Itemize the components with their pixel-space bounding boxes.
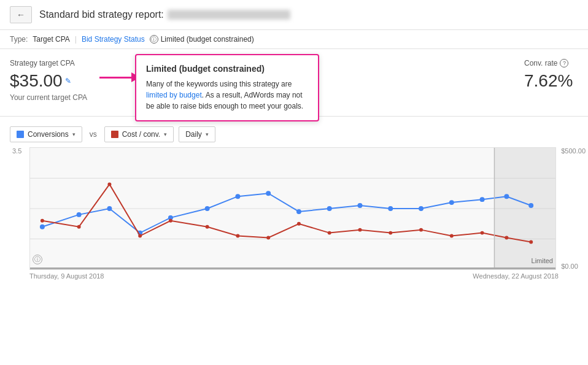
- arrow-line: [99, 77, 131, 79]
- cost-conv-dropdown[interactable]: Cost / conv. ▾: [104, 126, 174, 142]
- type-value: Target CPA: [33, 35, 69, 44]
- y-axis-left: 3.5: [12, 147, 21, 270]
- bid-strategy-status-link[interactable]: Bid Strategy Status: [82, 35, 145, 44]
- y-axis-right: $500.00 $0.00: [561, 147, 586, 270]
- y-left-top: 3.5: [12, 147, 21, 155]
- svg-point-17: [449, 200, 454, 205]
- svg-point-22: [77, 225, 81, 229]
- chevron-down-icon-3: ▾: [206, 131, 209, 137]
- chart-wrapper: 3.5 $500.00 $0.00: [29, 147, 556, 270]
- chart-area: 3.5 $500.00 $0.00: [0, 147, 588, 290]
- svg-point-30: [328, 231, 331, 235]
- limited-status-text: Limited (budget constrained): [161, 35, 254, 44]
- conversions-label: Conversions: [28, 130, 69, 139]
- svg-point-35: [481, 231, 484, 235]
- chart-svg: [30, 148, 555, 269]
- svg-point-27: [236, 234, 239, 238]
- conv-rate-block: Conv. rate ? 7.62%: [505, 59, 578, 101]
- svg-point-6: [107, 206, 112, 211]
- cost-conv-label: Cost / conv.: [122, 130, 160, 139]
- svg-point-36: [505, 236, 508, 240]
- svg-point-29: [297, 222, 301, 226]
- date-start: Thursday, 9 August 2018: [29, 272, 104, 280]
- svg-point-14: [358, 203, 363, 208]
- back-arrow-icon: ←: [17, 10, 25, 20]
- svg-point-19: [504, 194, 509, 199]
- daily-label: Daily: [185, 130, 202, 139]
- chart-limited-label: Limited: [532, 257, 553, 264]
- top-bar: ← Standard bid strategy report:: [0, 0, 588, 30]
- svg-point-13: [327, 206, 332, 211]
- page-title: Standard bid strategy report:: [39, 9, 164, 20]
- svg-point-4: [40, 225, 45, 229]
- chart-info-icon[interactable]: ⓘ: [33, 255, 42, 264]
- strategy-target-cpa-block: Strategy target CPA $35.00 ✎ Your curren…: [10, 59, 107, 112]
- arrow-indicator: [99, 72, 140, 82]
- strategy-target-sub: Your current target CPA: [10, 93, 87, 102]
- y-right-top: $500.00: [561, 147, 586, 155]
- type-bar: Type: Target CPA | Bid Strategy Status ⓘ…: [0, 30, 588, 49]
- svg-point-20: [528, 203, 533, 208]
- svg-point-33: [419, 228, 423, 232]
- tooltip-title: Limited (budget constrained): [146, 64, 308, 74]
- chevron-down-icon: ▾: [72, 131, 75, 137]
- svg-point-18: [480, 197, 485, 202]
- conversions-dropdown[interactable]: Conversions ▾: [10, 126, 82, 142]
- svg-point-11: [266, 191, 271, 196]
- strategy-target-value: $35.00 ✎: [10, 71, 87, 91]
- date-bar: Thursday, 9 August 2018 Wednesday, 22 Au…: [29, 272, 559, 280]
- chart-limited-line: [30, 267, 555, 269]
- stats-section: Strategy target CPA $35.00 ✎ Your curren…: [0, 49, 588, 117]
- y-right-bottom: $0.00: [561, 263, 578, 270]
- svg-point-15: [388, 206, 393, 211]
- chevron-down-icon-2: ▾: [164, 131, 167, 137]
- report-title-blurred: [168, 10, 290, 20]
- tooltip-body: Many of the keywords using this strategy…: [146, 79, 308, 112]
- svg-point-23: [107, 182, 111, 186]
- separator: |: [75, 35, 77, 44]
- type-label: Type:: [10, 35, 28, 44]
- vs-text: vs: [87, 130, 99, 139]
- svg-point-12: [296, 209, 301, 214]
- tooltip-body-part1: Many of the keywords using this strategy…: [146, 80, 292, 88]
- tooltip-link[interactable]: limited by budget: [146, 91, 202, 99]
- conv-rate-label: Conv. rate ?: [524, 59, 578, 67]
- edit-icon[interactable]: ✎: [65, 77, 71, 85]
- svg-point-25: [169, 219, 172, 223]
- strategy-target-label: Strategy target CPA: [10, 59, 87, 67]
- conv-rate-value: 7.62%: [524, 71, 578, 91]
- svg-point-31: [358, 228, 362, 232]
- svg-point-37: [529, 240, 533, 244]
- conv-rate-info-icon[interactable]: ?: [560, 59, 568, 67]
- svg-point-26: [206, 225, 209, 229]
- date-end: Wednesday, 22 August 2018: [473, 272, 559, 280]
- conversions-swatch: [17, 131, 24, 138]
- svg-point-32: [389, 231, 392, 235]
- svg-point-16: [419, 206, 424, 211]
- svg-point-10: [235, 194, 240, 199]
- tooltip-popup: Limited (budget constrained) Many of the…: [135, 54, 319, 121]
- daily-dropdown[interactable]: Daily ▾: [179, 126, 215, 142]
- cost-conv-swatch: [111, 131, 118, 138]
- svg-point-34: [450, 234, 454, 238]
- svg-point-28: [266, 236, 270, 240]
- svg-rect-3: [494, 148, 555, 269]
- svg-point-9: [205, 206, 210, 211]
- chart-container: ⓘ Limited: [29, 147, 556, 270]
- back-button[interactable]: ←: [10, 6, 32, 23]
- svg-point-21: [41, 219, 44, 223]
- status-badge: ⓘ Limited (budget constrained): [150, 35, 254, 44]
- info-icon: ⓘ: [150, 35, 158, 44]
- svg-point-24: [138, 234, 142, 238]
- svg-point-5: [77, 212, 82, 217]
